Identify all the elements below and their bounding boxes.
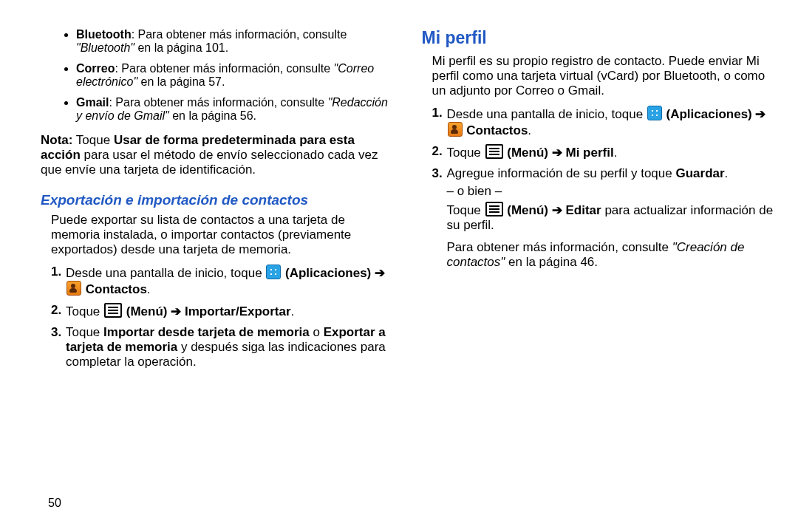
apps-icon bbox=[266, 265, 281, 279]
bullet-text: : Para obtener más información, consulte bbox=[132, 28, 347, 41]
step-text: Toque bbox=[66, 304, 103, 318]
my-profile-label: Mi perfil bbox=[565, 146, 613, 160]
step-item: 1. Desde una pantalla de inicio, toque (… bbox=[51, 265, 395, 297]
apps-label: (Aplicaciones) bbox=[285, 266, 371, 280]
step-item: 3. Agregue información de su perfil y to… bbox=[432, 166, 777, 270]
contacts-label: Contactos bbox=[86, 282, 147, 296]
arrow-icon: ➔ bbox=[755, 107, 765, 121]
step-item: 3. Toque Importar desde tarjeta de memor… bbox=[51, 325, 395, 369]
more-info: Para obtener más información, consulte "… bbox=[447, 240, 777, 270]
bullet-text: : Para obtener más información, consulte bbox=[109, 96, 327, 109]
import-export-label: Importar/Exportar bbox=[185, 304, 291, 318]
bullet-tail: en la página 57. bbox=[137, 75, 225, 88]
step-text: Toque bbox=[447, 203, 485, 217]
step-number: 3. bbox=[51, 325, 61, 340]
arrow-icon: ➔ bbox=[171, 304, 185, 318]
bullet-label: Correo bbox=[76, 62, 115, 75]
step-number: 1. bbox=[432, 106, 443, 120]
note-after: para usar el método de envío seleccionad… bbox=[41, 148, 378, 177]
contacts-icon bbox=[448, 122, 463, 137]
list-item: Gmail: Para obtener más información, con… bbox=[76, 96, 395, 123]
more-info-tail: en la página 46. bbox=[505, 255, 598, 269]
bullet-label: Gmail bbox=[76, 96, 109, 109]
or-divider: – o bien – bbox=[447, 184, 777, 199]
step-item: 2. Toque (Menú) ➔ Mi perfil. bbox=[432, 144, 777, 160]
steps-list: 1. Desde una pantalla de inicio, toque (… bbox=[422, 106, 777, 270]
bullet-tail: en la página 101. bbox=[134, 41, 228, 54]
step-number: 2. bbox=[432, 144, 443, 159]
arrow-icon: ➔ bbox=[552, 203, 566, 217]
step-text: Toque bbox=[66, 325, 103, 339]
step-number: 3. bbox=[432, 166, 443, 181]
import-option: Importar desde tarjeta de memoria bbox=[103, 325, 310, 339]
step-item: 1. Desde una pantalla de inicio, toque (… bbox=[432, 106, 777, 138]
intro-paragraph: Puede exportar su lista de contactos a u… bbox=[51, 213, 395, 257]
bullet-ref: "Bluetooth" bbox=[76, 41, 134, 54]
menu-label: (Menú) bbox=[507, 203, 548, 217]
save-label: Guardar bbox=[675, 166, 724, 180]
edit-label: Editar bbox=[565, 203, 601, 217]
contacts-label: Contactos bbox=[466, 123, 528, 137]
steps-list: 1. Desde una pantalla de inicio, toque (… bbox=[41, 265, 395, 369]
note-before: Toque bbox=[72, 133, 113, 147]
step-item: 2. Toque (Menú) ➔ Importar/Exportar. bbox=[51, 303, 395, 319]
menu-icon bbox=[485, 202, 503, 216]
note-block: Nota: Toque Usar de forma predeterminada… bbox=[41, 133, 395, 177]
apps-label: (Aplicaciones) bbox=[666, 107, 752, 121]
step-text: Desde una pantalla de inicio, toque bbox=[66, 266, 265, 280]
contacts-icon bbox=[66, 281, 81, 296]
step-text: Toque bbox=[447, 146, 485, 160]
step-text: Agregue información de su perfil y toque bbox=[447, 166, 676, 180]
bullet-label: Bluetooth bbox=[76, 28, 132, 41]
arrow-icon: ➔ bbox=[552, 146, 566, 160]
list-item: Correo: Para obtener más información, co… bbox=[76, 62, 395, 89]
section-heading: Mi perfil bbox=[422, 28, 777, 48]
more-info-text: Para obtener más información, consulte bbox=[447, 240, 672, 254]
subsection-heading: Exportación e importación de contactos bbox=[41, 192, 395, 208]
step-text: o bbox=[310, 325, 324, 339]
menu-icon bbox=[104, 303, 122, 318]
bullet-tail: en la página 56. bbox=[169, 109, 256, 122]
right-column: Mi perfil Mi perfil es su propio registr… bbox=[409, 28, 777, 517]
intro-paragraph: Mi perfil es su propio registro de conta… bbox=[432, 54, 777, 98]
step-number: 2. bbox=[51, 303, 61, 318]
apps-icon bbox=[647, 106, 662, 120]
arrow-icon: ➔ bbox=[375, 266, 385, 280]
page-number: 50 bbox=[48, 497, 61, 510]
manual-page: Bluetooth: Para obtener más información,… bbox=[0, 0, 798, 532]
note-label: Nota: bbox=[41, 133, 72, 147]
menu-label: (Menú) bbox=[126, 304, 168, 318]
step-number: 1. bbox=[51, 265, 61, 279]
list-item: Bluetooth: Para obtener más información,… bbox=[76, 28, 395, 55]
menu-label: (Menú) bbox=[507, 146, 548, 160]
info-bullet-list: Bluetooth: Para obtener más información,… bbox=[41, 28, 395, 123]
step-text: Desde una pantalla de inicio, toque bbox=[447, 107, 647, 121]
bullet-text: : Para obtener más información, consulte bbox=[115, 62, 333, 75]
left-column: Bluetooth: Para obtener más información,… bbox=[41, 28, 409, 517]
menu-icon bbox=[485, 144, 503, 159]
